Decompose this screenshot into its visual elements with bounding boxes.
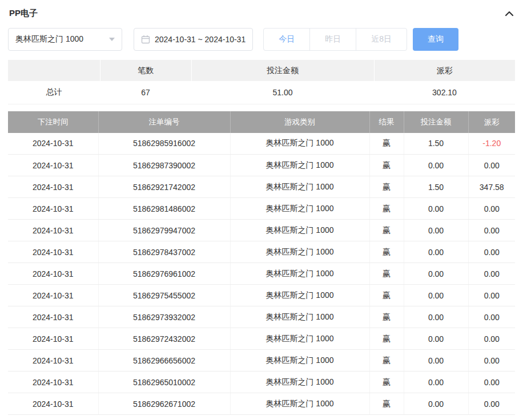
cell-bet-time: 2024-10-31 [8, 350, 98, 371]
pp-electronic-panel: PP电子 奥林匹斯之门 1000 2024-10-31 ~ 2024-10-31… [0, 0, 523, 415]
cell-result: 赢 [369, 328, 404, 350]
cell-result: 赢 [369, 350, 404, 371]
cell-bet-amount: 0.00 [404, 328, 468, 350]
game-select-value: 奥林匹斯之门 1000 [15, 34, 83, 45]
cell-bet-amount: 0.00 [404, 393, 468, 415]
summary-col-blank [8, 60, 100, 81]
cell-ticket-no: 51862973932002 [98, 306, 230, 328]
table-row: 2024-10-3151862962671002奥林匹斯之门 1000赢0.00… [8, 393, 515, 415]
cell-bet-amount: 0.00 [404, 285, 468, 306]
cell-bet-amount: 0.00 [404, 306, 468, 328]
yesterday-button[interactable]: 昨日 [309, 28, 356, 51]
filter-bar: 奥林匹斯之门 1000 2024-10-31 ~ 2024-10-31 今日 昨… [8, 28, 515, 51]
table-row: 2024-10-3151862981486002奥林匹斯之门 1000赢0.00… [8, 198, 515, 220]
cell-ticket-no: 51862987390002 [98, 155, 230, 176]
collapse-icon[interactable] [505, 10, 514, 17]
cell-payout: 0.00 [468, 241, 515, 263]
today-button[interactable]: 今日 [263, 28, 310, 51]
cell-bet-amount: 1.50 [404, 133, 468, 155]
table-row: 2024-10-3151862978437002奥林匹斯之门 1000赢0.00… [8, 241, 515, 263]
cell-result: 赢 [369, 155, 404, 176]
bet-table-body: 2024-10-3151862985916002奥林匹斯之门 1000赢1.50… [8, 133, 515, 415]
cell-ticket-no: 51862978437002 [98, 241, 230, 263]
cell-result: 赢 [369, 241, 404, 263]
cell-result: 赢 [369, 285, 404, 306]
quick-date-buttons: 今日 昨日 近8日 [263, 28, 407, 51]
date-range-value: 2024-10-31 ~ 2024-10-31 [155, 35, 246, 44]
table-row: 2024-10-3151862965010002奥林匹斯之门 1000赢0.00… [8, 371, 515, 393]
cell-game-type: 奥林匹斯之门 1000 [230, 285, 369, 306]
cell-game-type: 奥林匹斯之门 1000 [230, 198, 369, 220]
summary-row-label: 总计 [8, 81, 100, 104]
table-row: 2024-10-3151862972432002奥林匹斯之门 1000赢0.00… [8, 328, 515, 350]
cell-bet-amount: 0.00 [404, 241, 468, 263]
bet-table-header-row: 下注时间 注单编号 游戏类别 结果 投注金额 派彩 [8, 111, 515, 133]
cell-game-type: 奥林匹斯之门 1000 [230, 133, 369, 155]
cell-payout: 0.00 [468, 328, 515, 350]
date-range-picker[interactable]: 2024-10-31 ~ 2024-10-31 [134, 28, 253, 51]
cell-payout: 0.00 [468, 285, 515, 306]
table-row: 2024-10-3151862966656002奥林匹斯之门 1000赢0.00… [8, 350, 515, 371]
cell-bet-amount: 0.00 [404, 198, 468, 220]
cell-payout: 0.00 [468, 220, 515, 241]
chevron-down-icon [109, 38, 115, 41]
cell-game-type: 奥林匹斯之门 1000 [230, 371, 369, 393]
summary-header-row: 笔数 投注金额 派彩 [8, 60, 515, 81]
table-row: 2024-10-3151862976961002奥林匹斯之门 1000赢0.00… [8, 263, 515, 285]
cell-bet-time: 2024-10-31 [8, 285, 98, 306]
bet-records-table: 下注时间 注单编号 游戏类别 结果 投注金额 派彩 2024-10-315186… [8, 111, 515, 415]
cell-payout: 0.00 [468, 155, 515, 176]
cell-game-type: 奥林匹斯之门 1000 [230, 306, 369, 328]
cell-ticket-no: 51862981486002 [98, 198, 230, 220]
cell-bet-amount: 0.00 [404, 350, 468, 371]
calendar-icon [141, 35, 150, 44]
panel-header: PP电子 [8, 0, 515, 25]
cell-ticket-no: 51862979947002 [98, 220, 230, 241]
cell-payout: 0.00 [468, 263, 515, 285]
cell-bet-amount: 0.00 [404, 263, 468, 285]
table-row: 2024-10-3151862985916002奥林匹斯之门 1000赢1.50… [8, 133, 515, 155]
col-game-type: 游戏类别 [230, 111, 369, 133]
cell-payout: 0.00 [468, 306, 515, 328]
cell-payout: -1.20 [468, 133, 515, 155]
cell-bet-time: 2024-10-31 [8, 371, 98, 393]
query-button[interactable]: 查询 [413, 28, 458, 51]
table-row: 2024-10-3151862975455002奥林匹斯之门 1000赢0.00… [8, 285, 515, 306]
cell-bet-time: 2024-10-31 [8, 306, 98, 328]
page-title: PP电子 [9, 8, 38, 19]
cell-bet-time: 2024-10-31 [8, 263, 98, 285]
col-bet-time: 下注时间 [8, 111, 98, 133]
cell-game-type: 奥林匹斯之门 1000 [230, 393, 369, 415]
cell-ticket-no: 51862985916002 [98, 133, 230, 155]
cell-bet-time: 2024-10-31 [8, 133, 98, 155]
cell-payout: 0.00 [468, 393, 515, 415]
col-ticket-no: 注单编号 [98, 111, 230, 133]
cell-game-type: 奥林匹斯之门 1000 [230, 263, 369, 285]
cell-bet-amount: 0.00 [404, 371, 468, 393]
cell-ticket-no: 51862921742002 [98, 176, 230, 198]
cell-ticket-no: 51862965010002 [98, 371, 230, 393]
last-8-days-button[interactable]: 近8日 [356, 28, 407, 51]
chevron-up-icon [505, 10, 514, 17]
summary-total-row: 总计 67 51.00 302.10 [8, 81, 515, 104]
col-payout: 派彩 [468, 111, 515, 133]
cell-game-type: 奥林匹斯之门 1000 [230, 155, 369, 176]
cell-result: 赢 [369, 306, 404, 328]
cell-bet-time: 2024-10-31 [8, 393, 98, 415]
cell-game-type: 奥林匹斯之门 1000 [230, 328, 369, 350]
summary-total-payout: 302.10 [374, 81, 515, 104]
cell-bet-amount: 0.00 [404, 220, 468, 241]
cell-bet-time: 2024-10-31 [8, 220, 98, 241]
table-row: 2024-10-3151862921742002奥林匹斯之门 1000赢1.50… [8, 176, 515, 198]
cell-payout: 347.58 [468, 176, 515, 198]
summary-col-payout: 派彩 [374, 60, 515, 81]
cell-ticket-no: 51862972432002 [98, 328, 230, 350]
cell-bet-time: 2024-10-31 [8, 198, 98, 220]
summary-total-count: 67 [100, 81, 191, 104]
cell-game-type: 奥林匹斯之门 1000 [230, 220, 369, 241]
cell-result: 赢 [369, 371, 404, 393]
cell-bet-time: 2024-10-31 [8, 328, 98, 350]
summary-col-bet-amount: 投注金额 [191, 60, 374, 81]
game-select[interactable]: 奥林匹斯之门 1000 [8, 28, 122, 51]
cell-game-type: 奥林匹斯之门 1000 [230, 176, 369, 198]
